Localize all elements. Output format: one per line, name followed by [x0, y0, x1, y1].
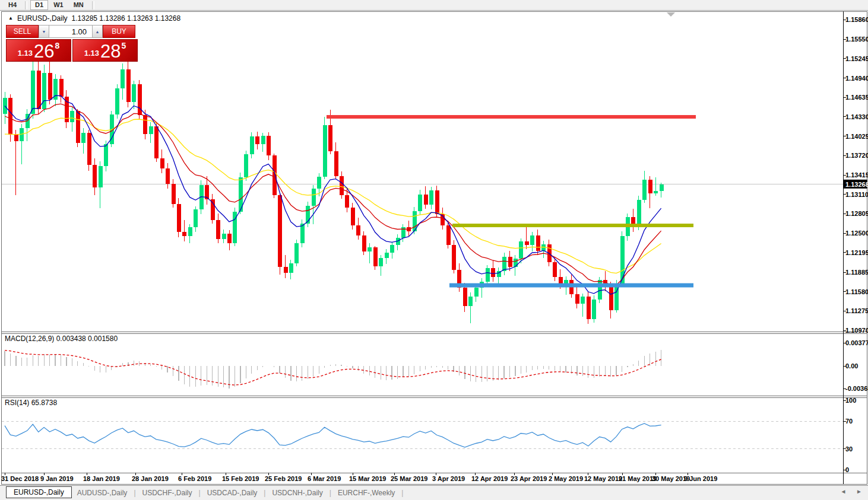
- bear-candle: [87, 133, 91, 165]
- timeframe-button-w1[interactable]: W1: [49, 0, 68, 10]
- timeframe-button-mn[interactable]: MN: [69, 0, 88, 10]
- toolbar-separator: [92, 1, 94, 9]
- chart-tab-usdchf-daily[interactable]: USDCHF-,Daily: [137, 487, 198, 499]
- bear-candle: [435, 190, 439, 214]
- price-axis-label: 1.11885: [845, 269, 868, 276]
- bear-candle: [278, 195, 282, 267]
- bear-candle: [345, 195, 349, 208]
- date-axis-label: 25 Mar 2019: [391, 475, 427, 482]
- date-axis-label: 23 Apr 2019: [511, 475, 547, 482]
- tab-separator: |: [330, 489, 331, 497]
- volume-down-icon: ▼: [42, 30, 46, 34]
- price-chart-canvas[interactable]: 1.158601.155501.152451.149401.146351.143…: [0, 0, 868, 500]
- bear-candle: [452, 245, 456, 270]
- collapse-icon[interactable]: ▲: [8, 15, 13, 21]
- scroll-left-icon[interactable]: ◄: [840, 488, 846, 495]
- bull-candle: [289, 263, 293, 273]
- timeframe-button-h4[interactable]: H4: [4, 0, 21, 10]
- bull-candle: [660, 184, 664, 192]
- buy-button[interactable]: BUY: [103, 25, 135, 38]
- toolbar-separator: [25, 1, 27, 9]
- bear-candle: [37, 71, 41, 109]
- scroll-right-icon[interactable]: ►: [856, 488, 862, 495]
- support-resistance-line[interactable]: [327, 115, 696, 119]
- buy-price-pip: 5: [122, 41, 126, 50]
- macd-indicator-label: MACD(12,26,9) 0.003438 0.001580: [5, 335, 118, 343]
- bull-candle: [312, 189, 316, 206]
- bull-candle: [323, 125, 327, 177]
- sell-button[interactable]: SELL: [6, 25, 39, 38]
- bull-candle: [514, 259, 518, 267]
- price-axis-label: 1.12805: [845, 210, 868, 217]
- bull-candle: [261, 136, 265, 144]
- price-axis-label: 1.15245: [845, 55, 868, 62]
- bull-candle: [20, 128, 24, 141]
- bull-candle: [598, 280, 602, 299]
- price-axis-label: 1.11275: [845, 307, 868, 314]
- chart-tab-eurusd-daily[interactable]: EURUSD-,Daily: [6, 486, 72, 498]
- timeframe-button-d1[interactable]: D1: [30, 0, 48, 10]
- bear-candle: [143, 115, 147, 134]
- bull-candle: [104, 144, 108, 165]
- bear-candle: [182, 232, 186, 237]
- bull-candle: [194, 209, 198, 227]
- date-axis-label: 15 Feb 2019: [222, 475, 259, 482]
- bear-candle: [491, 268, 495, 277]
- bull-candle: [368, 247, 372, 252]
- bear-candle: [8, 98, 12, 135]
- chart-tab-audusd-daily[interactable]: AUDUSD-,Daily: [72, 487, 133, 499]
- date-axis-label: 12 Apr 2019: [471, 475, 508, 482]
- rsi-axis-label: 30: [845, 445, 853, 453]
- bull-candle: [468, 297, 473, 306]
- date-axis-label: 25 Feb 2019: [265, 475, 302, 482]
- bear-candle: [160, 158, 164, 168]
- bear-candle: [154, 126, 159, 158]
- volume-input[interactable]: [49, 25, 92, 38]
- date-axis-label: 9 Jan 2019: [40, 475, 74, 482]
- bull-candle: [121, 69, 125, 88]
- macd-axis-label: -0.003682: [845, 385, 868, 392]
- bull-candle: [541, 244, 546, 251]
- support-resistance-line[interactable]: [452, 224, 693, 227]
- bear-candle: [525, 241, 529, 245]
- price-axis-label: 1.14940: [845, 75, 868, 82]
- chart-tab-usdcnh-daily[interactable]: USDCNH-,Daily: [267, 487, 328, 499]
- bull-candle: [592, 300, 596, 319]
- bear-candle: [463, 288, 467, 306]
- macd-axis-label: 0.003777: [845, 339, 868, 346]
- buy-price-button[interactable]: 1.13 28 5: [72, 39, 138, 62]
- bull-candle: [99, 166, 103, 187]
- sell-price-pip: 8: [55, 41, 60, 50]
- price-axis-label: 1.11580: [845, 288, 868, 295]
- mt4-terminal: { "toolbar": { "timeframes": [ {"label":…: [0, 0, 868, 500]
- bull-candle: [581, 297, 585, 304]
- bear-candle: [227, 234, 232, 243]
- buy-price-prefix: 1.13: [84, 49, 99, 58]
- bear-candle: [76, 111, 80, 143]
- bull-candle: [390, 245, 394, 253]
- sell-price-main: 26: [34, 43, 54, 60]
- chart-tab-usdcad-daily[interactable]: USDCAD-,Daily: [202, 487, 263, 499]
- bear-candle: [424, 195, 428, 205]
- bear-candle: [284, 267, 288, 273]
- bull-candle: [385, 253, 389, 258]
- rsi-axis-label: 100: [845, 397, 856, 404]
- bull-candle: [70, 111, 74, 122]
- volume-up-icon: ▲: [96, 30, 100, 34]
- volume-decrease-button[interactable]: ▼: [39, 25, 49, 38]
- volume-increase-button[interactable]: ▲: [92, 25, 103, 38]
- date-axis-label: 6 Feb 2019: [178, 475, 211, 482]
- date-axis-label: 12 May 2019: [584, 475, 622, 482]
- chart-tab-eurchf-weekly[interactable]: EURCHF-,Weekly: [332, 487, 400, 499]
- bear-candle: [166, 168, 170, 184]
- sell-price-button[interactable]: 1.13 26 8: [6, 39, 71, 62]
- bear-candle: [138, 84, 142, 114]
- price-axis-label: 1.13110: [845, 191, 868, 198]
- support-resistance-line[interactable]: [449, 284, 693, 288]
- tab-separator: |: [134, 489, 135, 497]
- date-axis-label: 31 Dec 2018: [1, 475, 39, 482]
- price-axis-label: 1.15860: [845, 16, 868, 23]
- bear-candle: [648, 180, 652, 193]
- macd-axis-label: 0.00: [845, 362, 858, 370]
- tab-separator: |: [199, 489, 201, 497]
